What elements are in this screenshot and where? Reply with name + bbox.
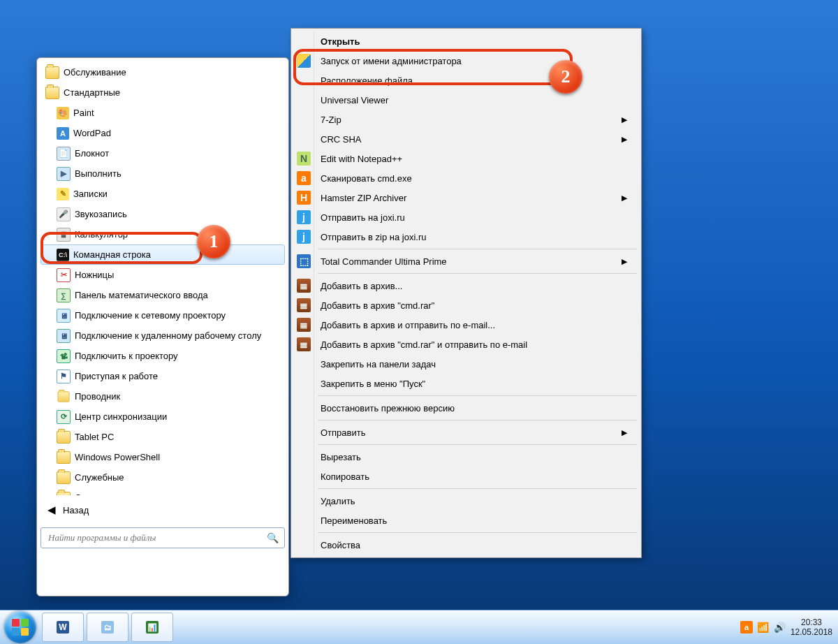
ctx-add-archive-cmdrar[interactable]: ≣Добавить в архив "cmd.rar" (293, 295, 640, 315)
program-connect-projector[interactable]: 📽Подключить к проектору (41, 346, 285, 366)
taskbar-app-explorer[interactable]: 🗂 (87, 613, 128, 642)
annotation-badge-1: 1 (197, 225, 230, 258)
ctx-pin-taskbar[interactable]: Закрепить на панели задач (293, 354, 640, 374)
system-tray: a 📶 🔊 20:33 12.05.2018 (740, 617, 838, 637)
explorer-icon: 🗂 (101, 621, 114, 634)
ctx-scan-avast[interactable]: aСканировать cmd.exe (293, 168, 640, 188)
ctx-restore-previous[interactable]: Восстановить прежнюю версию (293, 398, 640, 418)
program-sound-recorder[interactable]: 🎤Звукозапись (41, 204, 285, 224)
context-menu-separator (318, 249, 637, 249)
folder-icon (57, 471, 71, 484)
taskbar-app-word[interactable]: W (42, 613, 84, 642)
folder-label: Windows PowerShell (75, 452, 160, 462)
ctx-label: Копировать (321, 471, 369, 482)
ctx-pin-start[interactable]: Закрепить в меню "Пуск" (293, 374, 640, 393)
ctx-run-as-admin[interactable]: Запуск от имени администратора (293, 51, 640, 71)
ctx-hamster-zip[interactable]: HHamster ZIP Archiver▶ (293, 188, 640, 207)
folder-label: Стандартные (64, 87, 120, 98)
svg-rect-0 (12, 619, 20, 627)
ctx-label: 7-Zip (321, 115, 341, 125)
ctx-7zip[interactable]: 7-Zip▶ (293, 110, 640, 129)
calc-icon: 🖩 (57, 228, 71, 242)
ctx-label: Total Commander Ultima Prime (321, 256, 447, 267)
ctx-properties[interactable]: Свойства (293, 535, 640, 555)
total-commander-icon: ⬚ (297, 254, 311, 268)
program-label: Центр синхронизации (75, 411, 167, 422)
ctx-cut[interactable]: Вырезать (293, 447, 640, 467)
folder-icon (57, 451, 71, 464)
program-notepad[interactable]: 📄Блокнот (41, 143, 285, 163)
program-snipping-tool[interactable]: ✂Ножницы (41, 265, 285, 285)
program-label: Подключение к сетевому проектору (75, 310, 226, 321)
start-menu-programs-list[interactable]: Обслуживание Стандартные 🎨Paint AWordPad… (41, 62, 285, 495)
folder-powershell[interactable]: Windows PowerShell (41, 447, 285, 467)
tray-app-icon[interactable]: a (740, 621, 753, 634)
ctx-add-archive[interactable]: ≣Добавить в архив... (293, 276, 640, 295)
folder-accessibility[interactable]: Специальные возможности (41, 488, 285, 495)
program-label: Звукозапись (75, 209, 127, 219)
ctx-archive-cmdrar-email[interactable]: ≣Добавить в архив "cmd.rar" и отправить … (293, 335, 640, 354)
word-icon: W (57, 621, 69, 634)
tray-volume-icon[interactable]: 🔊 (774, 621, 786, 634)
ctx-send-joxi[interactable]: jОтправить на joxi.ru (293, 207, 640, 227)
ctx-label: Открыть (321, 36, 360, 47)
program-wordpad[interactable]: AWordPad (41, 123, 285, 143)
program-getting-started[interactable]: ⚑Приступая к работе (41, 366, 285, 386)
ctx-send-zip-joxi[interactable]: jОтправить в zip на joxi.ru (293, 227, 640, 247)
program-sync-center[interactable]: ⟳Центр синхронизации (41, 407, 285, 427)
sync-icon: ⟳ (57, 410, 71, 424)
ctx-label: Закрепить на панели задач (321, 359, 436, 369)
submenu-arrow-icon: ▶ (622, 135, 627, 144)
svg-rect-3 (21, 628, 29, 636)
start-menu: Обслуживание Стандартные 🎨Paint AWordPad… (36, 57, 289, 597)
folder-tablet-pc[interactable]: Tablet PC (41, 427, 285, 447)
taskbar-app-monitor[interactable]: 📊 (131, 613, 173, 642)
program-explorer[interactable]: Проводник (41, 386, 285, 407)
rdp-icon: 🖥 (57, 329, 71, 343)
program-command-prompt[interactable]: C:\Командная строка (41, 244, 285, 265)
program-label: Выполнить (75, 168, 122, 179)
program-label: Командная строка (73, 249, 151, 260)
paint-icon: 🎨 (57, 107, 69, 119)
program-network-projector[interactable]: 🖥Подключение к сетевому проектору (41, 305, 285, 325)
start-menu-search[interactable]: 🔍 (41, 527, 285, 548)
ctx-label: Добавить в архив и отправить по e-mail..… (321, 320, 495, 330)
ctx-copy[interactable]: Копировать (293, 467, 640, 486)
program-calculator[interactable]: 🖩Калькулятор (41, 224, 285, 244)
start-menu-back[interactable]: ◀ Назад (41, 499, 285, 520)
tray-network-icon[interactable]: 📶 (757, 621, 770, 634)
ctx-rename[interactable]: Переименовать (293, 511, 640, 530)
ctx-label: Свойства (321, 540, 360, 550)
folder-label: Служебные (75, 472, 124, 483)
folder-sluzhebnye[interactable]: Служебные (41, 467, 285, 488)
ctx-crc-sha[interactable]: CRC SHA▶ (293, 129, 640, 149)
ctx-label: Добавить в архив... (321, 281, 402, 291)
ctx-edit-notepadpp[interactable]: NEdit with Notepad++ (293, 149, 640, 168)
program-sticky-notes[interactable]: ✎Записки (41, 184, 285, 204)
ctx-send-to[interactable]: Отправить▶ (293, 423, 640, 442)
program-paint[interactable]: 🎨Paint (41, 103, 285, 123)
folder-label: Специальные возможности (75, 492, 191, 495)
ctx-label: Отправить в zip на joxi.ru (321, 232, 427, 242)
program-math-input[interactable]: ∑Панель математического ввода (41, 285, 285, 305)
ctx-universal-viewer[interactable]: Universal Viewer (293, 90, 640, 110)
ctx-open[interactable]: Открыть (293, 31, 640, 51)
notes-icon: ✎ (57, 188, 69, 200)
start-button[interactable] (4, 611, 36, 643)
ctx-file-location[interactable]: Расположение файла (293, 71, 640, 90)
program-label: Панель математического ввода (75, 290, 208, 300)
program-run[interactable]: ▶Выполнить (41, 163, 285, 184)
ctx-label: Восстановить прежнюю версию (321, 403, 455, 414)
context-menu-separator (318, 444, 637, 445)
ctx-delete[interactable]: Удалить (293, 491, 640, 511)
folder-obsluzhivanie[interactable]: Обслуживание (41, 62, 285, 82)
ctx-label: Сканировать cmd.exe (321, 173, 412, 184)
ctx-label: Переименовать (321, 515, 387, 526)
ctx-archive-email[interactable]: ≣Добавить в архив и отправить по e-mail.… (293, 315, 640, 335)
program-label: Ножницы (75, 270, 114, 280)
taskbar-clock[interactable]: 20:33 12.05.2018 (791, 617, 832, 637)
program-remote-desktop[interactable]: 🖥Подключение к удаленному рабочему столу (41, 325, 285, 346)
ctx-total-commander[interactable]: ⬚Total Commander Ultima Prime▶ (293, 251, 640, 271)
search-input[interactable] (47, 532, 267, 544)
folder-standartnye[interactable]: Стандартные (41, 82, 285, 103)
